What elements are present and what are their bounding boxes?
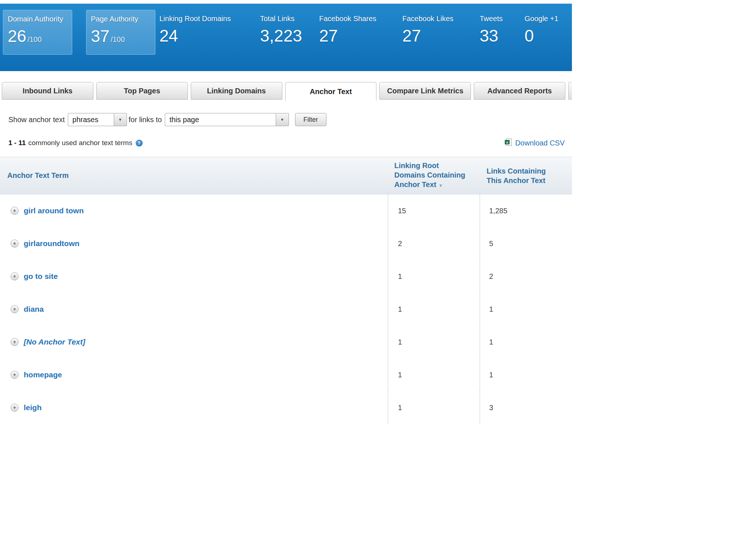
metric-value: 24 bbox=[159, 27, 256, 44]
table-row: go to site 1 2 bbox=[0, 260, 572, 293]
anchor-term-link[interactable]: [No Anchor Text] bbox=[24, 338, 85, 346]
links-value: 1 bbox=[480, 358, 572, 391]
anchor-term-link[interactable]: girl around town bbox=[24, 206, 84, 215]
results-row: 1 - 11 commonly used anchor text terms X… bbox=[8, 139, 565, 147]
column-header-linking-root-domains[interactable]: Linking Root Domains Containing Anchor T… bbox=[388, 161, 480, 190]
tab-inbound-links[interactable]: Inbound Links bbox=[2, 82, 93, 100]
tab-bar: Inbound Links Top Pages Linking Domains … bbox=[2, 82, 572, 100]
table-row: diana 1 1 bbox=[0, 293, 572, 326]
links-value: 1,285 bbox=[480, 194, 572, 227]
table-row: homepage 1 1 bbox=[0, 358, 572, 391]
metric-google-plus-one: Google +1 0 bbox=[525, 10, 572, 44]
filter-button[interactable]: Filter bbox=[295, 113, 326, 126]
table-row: girlaroundtown 2 5 bbox=[0, 227, 572, 260]
root-domains-value: 15 bbox=[388, 194, 480, 227]
anchor-term-link[interactable]: homepage bbox=[24, 370, 62, 379]
help-icon[interactable] bbox=[136, 140, 143, 147]
results-summary: 1 - 11 commonly used anchor text terms bbox=[8, 139, 143, 147]
column-header-links-containing: Links Containing This Anchor Text bbox=[480, 166, 572, 185]
link-target-dropdown[interactable]: this page bbox=[165, 113, 289, 126]
metric-value: 33 bbox=[480, 27, 520, 44]
download-csv-label: Download CSV bbox=[515, 139, 565, 147]
metric-value: 27 bbox=[402, 27, 476, 44]
tab-sliver bbox=[568, 82, 572, 100]
metric-value: 37/100 bbox=[91, 28, 155, 44]
anchor-filter-row: Show anchor text phrases for links to th… bbox=[8, 113, 572, 126]
tab-linking-domains[interactable]: Linking Domains bbox=[191, 82, 282, 100]
results-range: 1 - 11 bbox=[8, 139, 26, 147]
expand-plus-icon[interactable] bbox=[11, 207, 19, 215]
metric-domain-authority: Domain Authority 26/100 bbox=[3, 10, 72, 55]
links-value: 1 bbox=[480, 326, 572, 358]
table-row: leigh 1 3 bbox=[0, 391, 572, 424]
anchor-type-value: phrases bbox=[68, 113, 114, 126]
tab-anchor-text[interactable]: Anchor Text bbox=[285, 82, 377, 101]
page-content: Domain Authority 26/100 Page Authority 3… bbox=[0, 4, 572, 424]
show-anchor-text-label: Show anchor text bbox=[8, 116, 65, 124]
tab-advanced-reports[interactable]: Advanced Reports bbox=[474, 82, 565, 100]
anchor-term-cell: girl around town bbox=[0, 194, 388, 227]
expand-plus-icon[interactable] bbox=[11, 240, 19, 248]
expand-plus-icon[interactable] bbox=[11, 272, 19, 280]
for-links-to-label: for links to bbox=[129, 116, 162, 124]
root-domains-value: 1 bbox=[388, 326, 480, 358]
anchor-type-dropdown[interactable]: phrases bbox=[68, 113, 127, 126]
expand-plus-icon[interactable] bbox=[11, 338, 19, 346]
metric-facebook-shares: Facebook Shares 27 bbox=[319, 10, 398, 44]
links-value: 5 bbox=[480, 227, 572, 260]
metric-suffix: /100 bbox=[111, 35, 125, 43]
anchor-term-cell: girlaroundtown bbox=[0, 227, 388, 260]
metric-label: Domain Authority bbox=[8, 15, 72, 23]
root-domains-value: 1 bbox=[388, 358, 480, 391]
table-header: Anchor Text Term Linking Root Domains Co… bbox=[0, 157, 572, 194]
root-domains-value: 1 bbox=[388, 293, 480, 326]
metric-label: Google +1 bbox=[525, 15, 572, 23]
expand-plus-icon[interactable] bbox=[11, 371, 19, 379]
anchor-term-link[interactable]: diana bbox=[24, 305, 44, 314]
links-value: 2 bbox=[480, 260, 572, 293]
metric-total-links: Total Links 3,223 bbox=[260, 10, 315, 44]
chevron-down-icon bbox=[276, 113, 289, 126]
root-domains-value: 1 bbox=[388, 391, 480, 424]
metric-label: Facebook Likes bbox=[402, 15, 476, 23]
metric-label: Linking Root Domains bbox=[159, 15, 256, 23]
column-header-anchor-text-term: Anchor Text Term bbox=[0, 171, 388, 180]
metric-page-authority: Page Authority 37/100 bbox=[86, 10, 155, 55]
tab-compare-link-metrics[interactable]: Compare Link Metrics bbox=[379, 82, 471, 100]
anchor-term-cell: diana bbox=[0, 293, 388, 326]
anchor-term-link[interactable]: girlaroundtown bbox=[24, 239, 80, 248]
metric-value: 0 bbox=[525, 27, 572, 44]
table-row: [No Anchor Text] 1 1 bbox=[0, 326, 572, 358]
results-text: commonly used anchor text terms bbox=[28, 139, 132, 147]
links-value: 1 bbox=[480, 293, 572, 326]
sort-desc-icon bbox=[436, 180, 443, 188]
metric-facebook-likes: Facebook Likes 27 bbox=[402, 10, 476, 44]
anchor-term-cell: [No Anchor Text] bbox=[0, 326, 388, 358]
metric-tweets: Tweets 33 bbox=[480, 10, 520, 44]
anchor-term-cell: leigh bbox=[0, 391, 388, 424]
metric-label: Tweets bbox=[480, 15, 520, 23]
link-target-value: this page bbox=[165, 113, 276, 126]
metric-linking-root-domains: Linking Root Domains 24 bbox=[159, 10, 256, 44]
anchor-text-table: Anchor Text Term Linking Root Domains Co… bbox=[0, 157, 572, 424]
tab-top-pages[interactable]: Top Pages bbox=[96, 82, 188, 100]
anchor-term-link[interactable]: leigh bbox=[24, 403, 42, 412]
expand-plus-icon[interactable] bbox=[11, 404, 19, 412]
anchor-term-cell: go to site bbox=[0, 260, 388, 293]
svg-text:X: X bbox=[506, 140, 508, 144]
metric-suffix: /100 bbox=[27, 35, 42, 43]
anchor-term-cell: homepage bbox=[0, 358, 388, 391]
expand-plus-icon[interactable] bbox=[11, 305, 19, 313]
metric-label: Total Links bbox=[260, 15, 315, 23]
metric-value: 3,223 bbox=[260, 27, 315, 44]
metric-label: Page Authority bbox=[91, 15, 155, 23]
download-csv-link[interactable]: X Download CSV bbox=[505, 139, 565, 148]
metric-label: Facebook Shares bbox=[319, 15, 398, 23]
metric-value: 26/100 bbox=[8, 28, 72, 44]
anchor-term-link[interactable]: go to site bbox=[24, 272, 58, 281]
metrics-bar: Domain Authority 26/100 Page Authority 3… bbox=[0, 4, 572, 71]
csv-file-icon: X bbox=[505, 139, 512, 148]
table-row: girl around town 15 1,285 bbox=[0, 194, 572, 227]
table-body: girl around town 15 1,285 girlaroundtown… bbox=[0, 194, 572, 424]
metric-value: 27 bbox=[319, 27, 398, 44]
